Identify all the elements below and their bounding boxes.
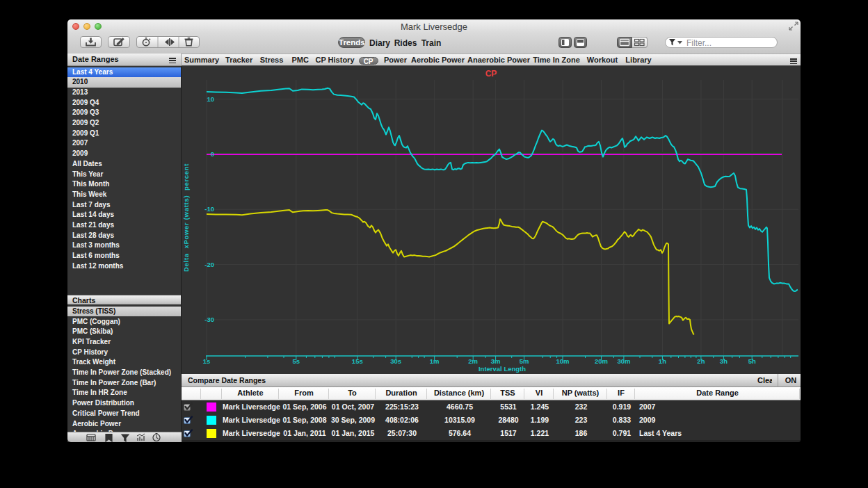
svg-text:1h: 1h bbox=[659, 357, 666, 365]
svg-text:1s: 1s bbox=[203, 357, 211, 365]
svg-text:15s: 15s bbox=[352, 357, 363, 365]
svg-text:-10: -10 bbox=[204, 205, 214, 213]
svg-text:1m: 1m bbox=[430, 357, 440, 365]
svg-text:Interval Length: Interval Length bbox=[479, 365, 526, 373]
svg-text:3h: 3h bbox=[720, 357, 728, 365]
svg-text:30m: 30m bbox=[617, 357, 630, 365]
svg-text:Delta xPower (watts) percent: Delta xPower (watts) percent bbox=[182, 163, 190, 272]
svg-text:3m: 3m bbox=[491, 357, 501, 365]
svg-text:5h: 5h bbox=[748, 357, 756, 365]
svg-text:0: 0 bbox=[211, 150, 214, 158]
svg-text:5s: 5s bbox=[293, 357, 300, 365]
svg-text:5m: 5m bbox=[520, 357, 529, 365]
svg-text:20m: 20m bbox=[595, 357, 608, 365]
svg-text:CP: CP bbox=[485, 69, 497, 79]
svg-text:2m: 2m bbox=[468, 357, 478, 365]
svg-text:2h: 2h bbox=[697, 357, 705, 365]
svg-text:-20: -20 bbox=[204, 261, 214, 268]
svg-text:10m: 10m bbox=[556, 357, 569, 365]
svg-text:30s: 30s bbox=[390, 357, 401, 365]
svg-text:-30: -30 bbox=[204, 316, 214, 323]
svg-text:10: 10 bbox=[207, 95, 214, 103]
